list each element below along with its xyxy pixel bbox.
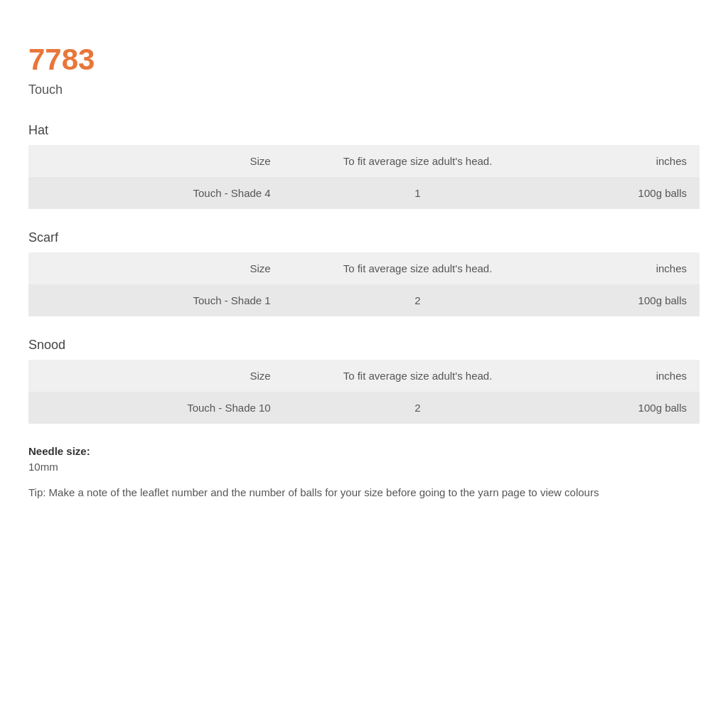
table-hat: SizeTo fit average size adult's head.inc… [28, 145, 700, 209]
table-header-cell: Size [28, 252, 284, 284]
table-row: 2 [284, 392, 552, 424]
table-row: 100g balls [552, 284, 700, 316]
tip-text: Tip: Make a note of the leaflet number a… [28, 484, 700, 501]
needle-section: Needle size: 10mm [28, 445, 700, 473]
needle-label: Needle size: [28, 445, 90, 457]
section-title-snood: Snood [28, 338, 700, 353]
needle-value: 10mm [28, 461, 700, 473]
table-header-cell: Size [28, 360, 284, 392]
table-row: 100g balls [552, 392, 700, 424]
section-title-hat: Hat [28, 123, 700, 138]
product-name: Touch [28, 82, 700, 97]
section-title-scarf: Scarf [28, 230, 700, 245]
table-header-cell: inches [552, 252, 700, 284]
table-header-cell: inches [552, 145, 700, 177]
section-hat: HatSizeTo fit average size adult's head.… [28, 123, 700, 209]
table-header-cell: To fit average size adult's head. [284, 145, 552, 177]
table-header-cell: inches [552, 360, 700, 392]
table-header-cell: Size [28, 145, 284, 177]
table-row: 100g balls [552, 177, 700, 209]
table-row: 2 [284, 284, 552, 316]
table-row: 1 [284, 177, 552, 209]
table-header-cell: To fit average size adult's head. [284, 360, 552, 392]
section-snood: SnoodSizeTo fit average size adult's hea… [28, 338, 700, 424]
table-row: Touch - Shade 10 [28, 392, 284, 424]
table-row: Touch - Shade 1 [28, 284, 284, 316]
product-number: 7783 [28, 43, 700, 77]
table-row: Touch - Shade 4 [28, 177, 284, 209]
table-snood: SizeTo fit average size adult's head.inc… [28, 360, 700, 424]
section-scarf: ScarfSizeTo fit average size adult's hea… [28, 230, 700, 316]
table-header-cell: To fit average size adult's head. [284, 252, 552, 284]
table-scarf: SizeTo fit average size adult's head.inc… [28, 252, 700, 316]
